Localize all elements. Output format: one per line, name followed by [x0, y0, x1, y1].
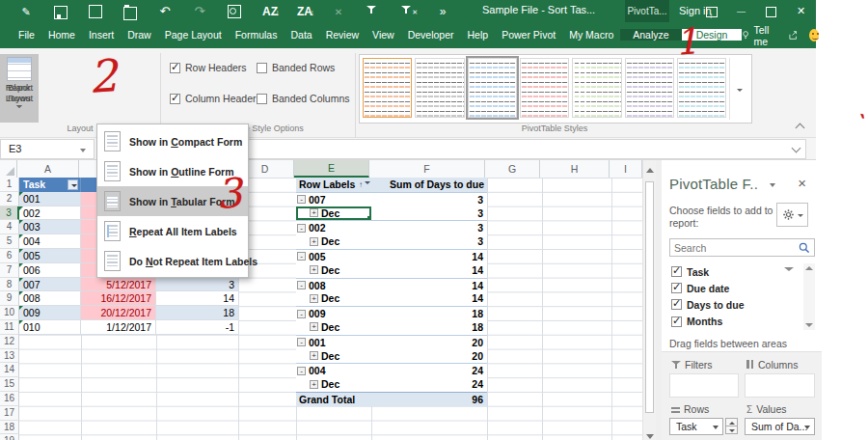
gallery-more-button[interactable] [729, 58, 748, 120]
filter-icon[interactable] [366, 5, 380, 18]
pivot-row[interactable]: Dec 14 [296, 263, 487, 278]
table-row[interactable]: 009 20/12/2017 18 [19, 306, 238, 320]
field-item[interactable]: Months [669, 314, 815, 330]
style-thumbnail[interactable] [677, 58, 726, 118]
checkbox-checked-icon[interactable] [671, 266, 682, 277]
expand-collapse-icon[interactable] [297, 281, 306, 289]
expand-formula-bar-icon[interactable] [792, 144, 801, 153]
pivot-row[interactable]: 002 3 [296, 220, 487, 234]
checkbox-checked-icon[interactable] [170, 63, 180, 73]
checkbox-unchecked-icon[interactable] [257, 94, 267, 104]
row-header[interactable]: 13 [0, 349, 19, 364]
expand-collapse-icon[interactable] [310, 322, 318, 331]
sort-filter-applied-icon[interactable] [359, 179, 370, 190]
expand-collapse-icon[interactable] [310, 208, 318, 217]
save-icon[interactable] [54, 6, 68, 19]
style-option-row-headers[interactable]: Row Headers [170, 62, 247, 73]
autofilter-dropdown-icon[interactable] [68, 179, 78, 190]
column-header[interactable]: G [485, 160, 540, 178]
table-row[interactable]: 008 16/12/2017 14 [19, 291, 238, 306]
menu-item[interactable]: Show in Compact Form [97, 126, 248, 156]
pivot-row[interactable]: 001 20 [296, 335, 487, 349]
column-header[interactable]: E [294, 160, 369, 178]
share-icon[interactable] [788, 29, 799, 41]
row-header[interactable]: 10 [0, 306, 19, 320]
row-header[interactable]: 11 [0, 320, 19, 335]
tools-button[interactable] [776, 203, 808, 227]
values-field-chip[interactable]: Sum of Da... [745, 418, 815, 435]
maximize-icon[interactable] [756, 0, 786, 22]
ribbon-display-options-icon[interactable] [696, 0, 726, 22]
undo-icon[interactable] [158, 5, 172, 18]
style-option-column-headers[interactable]: Column Headers [170, 93, 261, 104]
pivot-row[interactable]: Dec 20 [296, 349, 487, 364]
column-header[interactable]: I [610, 160, 642, 178]
scroll-up-icon[interactable] [646, 168, 654, 173]
row-header[interactable]: 14 [0, 363, 19, 377]
ribbon-tab[interactable]: Power Pivot [495, 29, 562, 41]
ribbon-tab[interactable]: Help [461, 29, 496, 41]
clear-filter-icon[interactable]: ✕ [401, 5, 415, 18]
expand-collapse-icon[interactable] [297, 310, 306, 318]
row-header[interactable]: 17 [0, 406, 19, 421]
row-header[interactable]: 4 [0, 220, 19, 234]
row-header[interactable]: 19 [0, 434, 19, 440]
row-header[interactable]: 6 [0, 249, 19, 263]
ribbon-tab[interactable]: Draw [121, 29, 158, 41]
new-file-icon[interactable] [89, 5, 102, 18]
search-input[interactable] [674, 240, 795, 255]
row-header[interactable]: 5 [0, 234, 19, 249]
ribbon-tab[interactable]: Insert [82, 29, 121, 41]
row-header[interactable]: 15 [0, 377, 19, 392]
checkbox-checked-icon[interactable] [170, 94, 180, 104]
ribbon-tab[interactable]: Formulas [229, 29, 285, 41]
field-item[interactable]: Days to due [669, 296, 815, 313]
ribbon-tab[interactable]: File [12, 29, 41, 41]
row-header[interactable]: 7 [0, 263, 19, 278]
ribbon-tab[interactable]: View [366, 29, 401, 41]
ink-pen-icon[interactable] [19, 5, 33, 18]
expand-collapse-icon[interactable] [297, 338, 306, 346]
pivot-row[interactable]: 007 3 [296, 192, 487, 206]
search-box[interactable] [669, 238, 815, 257]
close-icon[interactable] [786, 0, 816, 22]
scroll-down-icon[interactable] [646, 434, 654, 439]
checkbox-checked-icon[interactable] [671, 299, 682, 310]
tell-me-button[interactable]: Tell me [742, 24, 777, 47]
dropdown-arrow-icon[interactable] [80, 149, 86, 152]
ribbon-tab[interactable]: My Macro [562, 29, 620, 41]
pivot-row[interactable]: Dec 18 [296, 320, 487, 335]
style-thumbnail[interactable] [625, 58, 674, 118]
expand-collapse-icon[interactable] [310, 351, 318, 360]
pane-options-arrow-icon[interactable] [770, 183, 775, 187]
spin-down-icon[interactable] [725, 426, 738, 434]
field-item[interactable]: Due date [669, 280, 815, 296]
row-labels-header-cell[interactable]: Row Labels [296, 178, 371, 192]
values-header-cell[interactable]: Sum of Days to due [371, 178, 487, 192]
pivot-row[interactable]: 004 24 [296, 363, 487, 377]
task-header-cell[interactable]: Task [19, 178, 81, 192]
column-header[interactable]: H [540, 160, 610, 178]
row-header[interactable]: 9 [0, 291, 19, 306]
ribbon-tab[interactable]: Home [41, 29, 82, 41]
expand-collapse-icon[interactable] [297, 195, 306, 204]
scrollbar-thumb[interactable] [645, 181, 654, 413]
pivot-row[interactable]: 005 14 [296, 249, 487, 263]
column-header[interactable]: F [369, 160, 485, 178]
checkbox-checked-icon[interactable] [671, 316, 682, 327]
style-thumbnail[interactable] [572, 58, 621, 118]
sort-za-icon[interactable]: ZA [297, 5, 311, 18]
table-row[interactable]: 007 5/12/2017 3 [19, 278, 238, 292]
collapse-ribbon-icon[interactable] [797, 122, 804, 129]
rows-field-chip[interactable]: Task [669, 418, 723, 435]
expand-collapse-icon[interactable] [310, 380, 318, 389]
style-option-banded-rows[interactable]: Banded Rows [257, 62, 335, 73]
vertical-scrollbar[interactable] [642, 160, 656, 440]
name-box[interactable]: E3 [0, 139, 95, 159]
open-folder-icon[interactable] [123, 7, 137, 20]
checkbox-unchecked-icon[interactable] [257, 63, 267, 73]
ribbon-tab[interactable]: Page Layout [158, 29, 229, 41]
ribbon-tab[interactable]: Developer [401, 29, 461, 41]
field-item[interactable]: Task [669, 263, 815, 280]
sort-az-icon[interactable]: AZ [262, 5, 276, 18]
